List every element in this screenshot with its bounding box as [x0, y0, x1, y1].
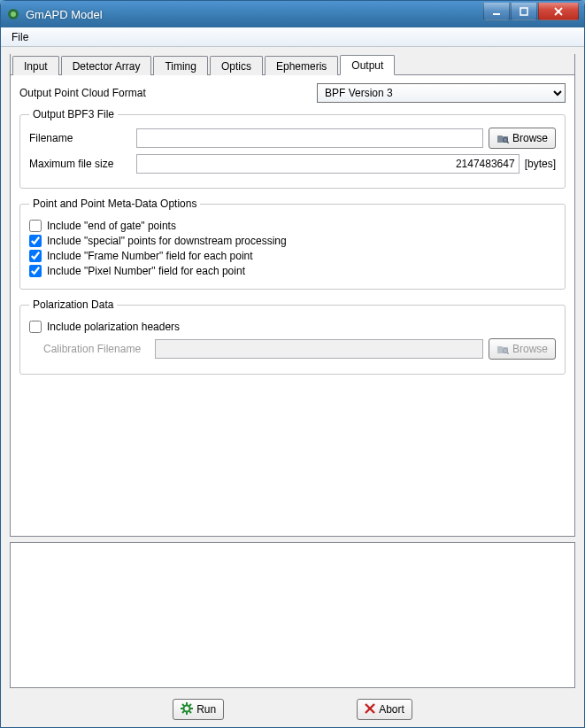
- folder-search-icon: [496, 344, 509, 354]
- maximize-button[interactable]: [511, 3, 537, 20]
- titlebar: GmAPD Model: [1, 1, 584, 27]
- check-polarization-label: Include polarization headers: [47, 321, 180, 333]
- group-polarization: Polarization Data Include polarization h…: [19, 298, 566, 375]
- tab-input[interactable]: Input: [12, 56, 59, 75]
- svg-rect-3: [520, 8, 527, 15]
- filename-label: Filename: [29, 132, 131, 144]
- svg-point-1: [11, 12, 16, 17]
- close-button[interactable]: [538, 3, 579, 20]
- tab-timing[interactable]: Timing: [153, 56, 208, 75]
- svg-line-9: [507, 352, 509, 354]
- tab-output[interactable]: Output: [340, 55, 395, 75]
- app-icon: [6, 7, 20, 21]
- check-frame-number[interactable]: [29, 250, 42, 262]
- close-icon: [554, 7, 563, 16]
- abort-button[interactable]: Abort: [357, 699, 412, 720]
- gear-run-icon: [181, 702, 193, 717]
- main-window: GmAPD Model File Input Detector Array Ti…: [0, 0, 585, 728]
- folder-search-icon: [496, 133, 509, 143]
- svg-line-7: [507, 142, 509, 143]
- minimize-icon: [492, 7, 501, 16]
- check-special-label: Include "special" points for downstream …: [47, 235, 287, 247]
- tab-strip: Input Detector Array Timing Optics Ephem…: [11, 54, 574, 75]
- check-pixel-number-label: Include "Pixel Number" field for each po…: [47, 265, 245, 277]
- tab-optics[interactable]: Optics: [210, 56, 263, 75]
- check-end-of-gate[interactable]: [29, 220, 42, 232]
- calibration-browse-button: Browse: [489, 338, 556, 360]
- check-special[interactable]: [29, 235, 42, 247]
- browse-label: Browse: [512, 132, 548, 144]
- check-pixel-number[interactable]: [29, 265, 42, 277]
- cancel-icon: [365, 703, 375, 716]
- run-button[interactable]: Run: [173, 699, 224, 720]
- svg-line-16: [189, 711, 191, 713]
- calibration-input: [155, 339, 483, 359]
- maxfile-input[interactable]: [136, 154, 520, 174]
- calibration-label: Calibration Filename: [43, 343, 150, 355]
- abort-label: Abort: [379, 703, 404, 716]
- svg-line-17: [189, 704, 191, 706]
- check-end-of-gate-label: Include "end of gate" points: [47, 220, 176, 232]
- format-select[interactable]: BPF Version 3: [317, 83, 566, 103]
- run-label: Run: [196, 703, 216, 716]
- menubar: File: [1, 27, 584, 47]
- check-polarization[interactable]: [29, 321, 42, 333]
- svg-line-15: [182, 704, 184, 706]
- group-meta-legend: Point and Point Meta-Data Options: [29, 197, 200, 210]
- window-title: GmAPD Model: [26, 8, 483, 21]
- footer-buttons: Run Abort: [10, 693, 575, 722]
- maximize-icon: [520, 7, 528, 16]
- group-output-bpf-legend: Output BPF3 File: [29, 108, 118, 120]
- group-output-bpf: Output BPF3 File Filename Browse Maximum…: [19, 108, 566, 189]
- svg-point-10: [184, 705, 190, 711]
- svg-rect-2: [493, 13, 500, 15]
- maxfile-label: Maximum file size: [29, 158, 131, 170]
- tab-detector-array[interactable]: Detector Array: [61, 56, 152, 75]
- filename-input[interactable]: [136, 128, 483, 148]
- menu-file[interactable]: File: [4, 29, 35, 45]
- svg-line-18: [182, 711, 184, 713]
- maxfile-unit: [bytes]: [525, 158, 556, 170]
- tab-ephemeris[interactable]: Ephemeris: [265, 56, 338, 75]
- tab-container: Input Detector Array Timing Optics Ephem…: [10, 54, 575, 537]
- minimize-button[interactable]: [483, 3, 510, 20]
- filename-browse-button[interactable]: Browse: [489, 128, 556, 149]
- calibration-browse-label: Browse: [512, 343, 548, 355]
- group-polarization-legend: Polarization Data: [29, 298, 117, 311]
- tab-panel-output: Output Point Cloud Format BPF Version 3 …: [11, 76, 574, 536]
- check-frame-number-label: Include "Frame Number" field for each po…: [47, 250, 253, 262]
- format-label: Output Point Cloud Format: [19, 87, 312, 99]
- group-meta-options: Point and Point Meta-Data Options Includ…: [19, 197, 566, 290]
- log-panel: [10, 542, 575, 688]
